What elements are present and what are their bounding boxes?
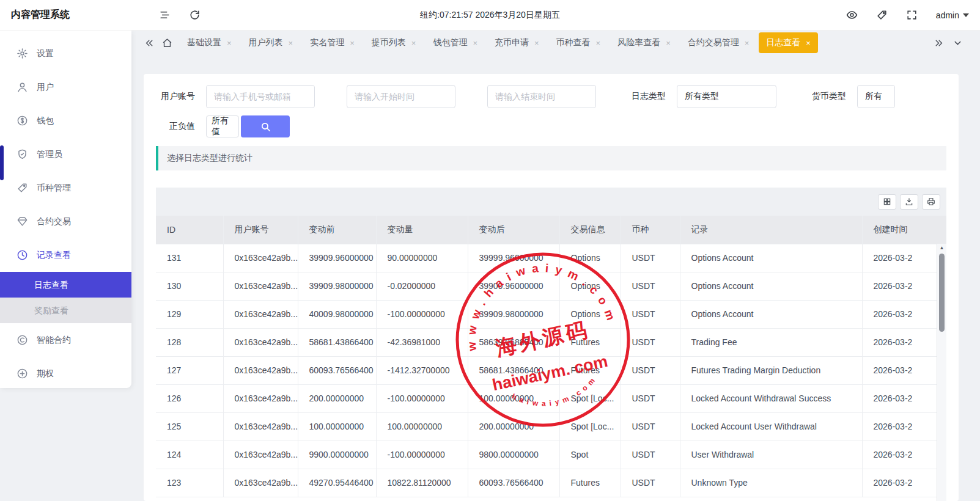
sidebar-subitem-6-0[interactable]: 日志查看 xyxy=(0,272,131,298)
wallet-icon xyxy=(16,115,28,127)
table-cell: Futures Trading Margin Deduction xyxy=(680,356,862,384)
table-cell: -42.36981000 xyxy=(376,328,468,356)
sidebar-item-2[interactable]: 钱包 xyxy=(0,104,131,137)
tab-8[interactable]: 合约交易管理× xyxy=(680,32,757,53)
sidebar-item-0[interactable]: 设置 xyxy=(0,37,131,70)
sidebar-item-6[interactable]: 记录查看 xyxy=(0,238,131,272)
sidebar-item-3[interactable]: 管理员 xyxy=(0,137,131,171)
history-icon xyxy=(16,249,28,261)
table-cell: 131 xyxy=(156,244,223,272)
tab-9[interactable]: 日志查看× xyxy=(759,32,818,53)
search-icon xyxy=(260,122,271,132)
table-row: 1280x163ce42a9b...58681.43866400-42.3698… xyxy=(156,328,946,356)
table-row: 1260x163ce42a9b...200.00000000-100.00000… xyxy=(156,384,946,412)
tab-1[interactable]: 用户列表× xyxy=(241,32,301,53)
sidebar-item-8[interactable]: 期权 xyxy=(0,357,131,390)
scrollbar-thumb[interactable] xyxy=(939,254,945,332)
table-cell: Options Account xyxy=(680,244,862,272)
tab-label: 基础设置 xyxy=(187,37,221,48)
print-icon[interactable] xyxy=(922,194,940,210)
sidebar-item-1[interactable]: 用户 xyxy=(0,70,131,104)
tab-close-icon[interactable]: × xyxy=(473,39,477,47)
table-row: 1230x163ce42a9b...49270.9544640010822.81… xyxy=(156,469,946,497)
sidebar-item-label: 记录查看 xyxy=(37,250,71,261)
tab-6[interactable]: 币种查看× xyxy=(549,32,608,53)
sidebar-item-label: 合约交易 xyxy=(37,216,71,227)
sidebar-item-label: 期权 xyxy=(37,368,54,379)
tab-label: 钱包管理 xyxy=(433,37,467,48)
tag-icon xyxy=(16,182,28,194)
user-icon xyxy=(16,81,28,93)
sidebar-subitem-6-1[interactable]: 奖励查看 xyxy=(0,298,131,323)
table-cell: 2026-03-2 xyxy=(862,328,946,356)
currency-type-select[interactable]: 所有 xyxy=(857,85,895,108)
table-cell: 0x163ce42a9b... xyxy=(223,412,298,441)
fullscreen-icon[interactable] xyxy=(906,9,918,21)
tabs-scroll-right-icon[interactable] xyxy=(934,38,944,48)
tab-close-icon[interactable]: × xyxy=(806,39,811,47)
table-body: 1310x163ce42a9b...39909.9600000090.00000… xyxy=(156,244,946,497)
tab-5[interactable]: 充币申请× xyxy=(487,32,547,53)
tab-label: 币种查看 xyxy=(556,37,591,48)
tab-2[interactable]: 实名管理× xyxy=(303,32,362,53)
tab-close-icon[interactable]: × xyxy=(289,39,293,47)
tab-close-icon[interactable]: × xyxy=(534,39,539,47)
tab-close-icon[interactable]: × xyxy=(745,39,750,47)
table-cell: USDT xyxy=(621,328,680,356)
tabs-scroll-left-icon[interactable] xyxy=(144,38,155,48)
account-input[interactable] xyxy=(206,85,315,108)
tab-3[interactable]: 提币列表× xyxy=(364,32,424,53)
tab-close-icon[interactable]: × xyxy=(227,39,232,47)
table-cell: 60093.76566400 xyxy=(468,469,559,497)
table-cell: 100.00000000 xyxy=(376,412,468,441)
tag-icon[interactable] xyxy=(876,9,888,21)
table-cell: -100.00000000 xyxy=(376,300,468,328)
table-cell: -100.00000000 xyxy=(376,441,468,469)
sidebar-item-4[interactable]: 币种管理 xyxy=(0,171,131,205)
tabbar-right-controls xyxy=(934,38,971,48)
tab-close-icon[interactable]: × xyxy=(350,39,355,47)
chevron-down-icon xyxy=(963,13,969,17)
options-icon xyxy=(16,368,28,380)
table-cell: 0x163ce42a9b... xyxy=(223,272,298,300)
table-cell: 58681.43866400 xyxy=(468,356,559,384)
search-button[interactable] xyxy=(241,115,290,137)
tab-close-icon[interactable]: × xyxy=(596,39,601,47)
columns-icon[interactable] xyxy=(878,194,896,210)
sidebar-item-label: 管理员 xyxy=(37,149,62,160)
sign-select[interactable]: 所有值 xyxy=(206,115,239,137)
user-menu[interactable]: admin xyxy=(936,10,969,20)
refresh-icon[interactable] xyxy=(189,9,201,21)
table-cell: Futures xyxy=(559,356,621,384)
app-title: 内容管理系统 xyxy=(11,9,141,21)
start-time-input[interactable] xyxy=(347,85,455,108)
tab-0[interactable]: 基础设置× xyxy=(180,32,239,53)
table-cell: USDT xyxy=(621,300,680,328)
table-cell: Locked Account User Withdrawal xyxy=(680,412,862,441)
tab-4[interactable]: 钱包管理× xyxy=(426,32,485,53)
tabs-menu-icon[interactable] xyxy=(952,38,963,48)
sidebar-item-7[interactable]: 智能合约 xyxy=(0,323,131,357)
tab-7[interactable]: 风险率查看× xyxy=(610,32,678,53)
table-cell: 2026-03-2 xyxy=(862,272,946,300)
tab-label: 充币申请 xyxy=(495,37,529,48)
tab-close-icon[interactable]: × xyxy=(411,39,416,47)
export-icon[interactable] xyxy=(900,194,918,210)
table-cell: -100.00000000 xyxy=(376,384,468,412)
preview-icon[interactable] xyxy=(846,9,858,21)
table-section: ID用户账号变动前变动量变动后交易信息币种记录创建时间 1310x163ce42… xyxy=(156,188,946,497)
tab-close-icon[interactable]: × xyxy=(666,39,671,47)
collapse-menu-icon[interactable] xyxy=(159,9,171,21)
home-icon[interactable] xyxy=(162,38,172,48)
table-cell: 9800.00000000 xyxy=(468,441,559,469)
scroll-up-icon[interactable]: ▲ xyxy=(937,244,946,252)
sidebar-item-5[interactable]: 合约交易 xyxy=(0,205,131,238)
table-scrollbar[interactable]: ▲ xyxy=(937,244,946,501)
currency-type-label: 货币类型 xyxy=(812,91,846,102)
sidebar-item-label: 设置 xyxy=(37,48,54,59)
table-cell: 58681.43866400 xyxy=(298,328,376,356)
log-type-select[interactable]: 所有类型 xyxy=(677,85,776,108)
end-time-input[interactable] xyxy=(487,85,596,108)
table-cell: 39909.98000000 xyxy=(298,272,376,300)
table-cell: 124 xyxy=(156,441,223,469)
